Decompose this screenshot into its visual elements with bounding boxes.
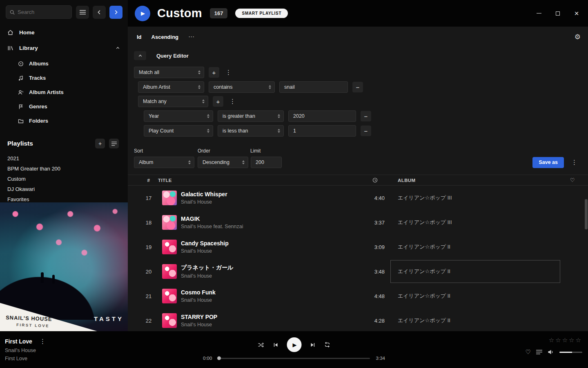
queue-icon[interactable] [536, 350, 542, 355]
track-artist: Snail's House [181, 248, 356, 254]
rule-menu-icon[interactable]: ⋮ [224, 69, 233, 76]
track-title: STARRY POP [181, 314, 356, 320]
shuffle-button[interactable] [258, 342, 265, 348]
table-row[interactable]: 17 Galactic Whisper Snail's House 4:40 エ… [128, 186, 588, 210]
remove-rule-button[interactable]: − [361, 111, 371, 121]
playlists-header: Playlists + [0, 139, 128, 148]
search-box[interactable] [6, 5, 72, 19]
rule-operator-select[interactable]: is greater than [218, 110, 284, 122]
album-art-thumbnail [162, 240, 177, 254]
track-count-badge: 167 [210, 8, 228, 18]
rule-operator-select[interactable]: contains [209, 81, 275, 93]
sidebar-item-album-artists[interactable]: Album Artists [0, 85, 128, 99]
close-button[interactable]: × [570, 7, 583, 20]
sidebar-item-genres[interactable]: Genres [0, 99, 128, 114]
save-menu-icon[interactable]: ⋮ [570, 159, 579, 166]
page-title: Custom [157, 7, 202, 20]
playlist-item[interactable]: 2021 [0, 153, 128, 164]
rule-field-select[interactable]: Year [144, 110, 213, 122]
sort-direction-button[interactable]: Ascending [151, 34, 178, 40]
scrollbar[interactable] [585, 199, 588, 229]
maximize-icon [556, 11, 560, 16]
volume-icon[interactable] [548, 349, 554, 355]
remove-rule-button[interactable]: − [361, 126, 371, 136]
rating-stars[interactable]: ☆☆☆☆☆ [549, 337, 582, 344]
limit-label: Limit [250, 148, 261, 154]
remove-rule-button[interactable]: − [352, 82, 363, 92]
sidebar-item-tracks[interactable]: Tracks [0, 71, 128, 85]
add-rule-button[interactable]: + [209, 67, 219, 78]
menu-button[interactable] [76, 6, 89, 19]
playlist-item[interactable]: Custom [0, 174, 128, 184]
track-artist: Snail's House [181, 273, 356, 279]
match-all-select[interactable]: Match all [134, 67, 204, 78]
seek-knob[interactable] [217, 357, 221, 360]
save-as-button[interactable]: Save as [532, 157, 564, 168]
column-duration[interactable] [360, 177, 390, 183]
repeat-button[interactable] [324, 341, 331, 348]
select-arrows-icon [278, 129, 280, 133]
rule-operator-select[interactable]: is less than [218, 125, 284, 137]
forward-button[interactable] [109, 6, 122, 19]
limit-input[interactable] [251, 157, 282, 168]
rule-menu-icon[interactable]: ⋮ [228, 98, 237, 105]
rule-field-select[interactable]: Play Count [144, 125, 213, 137]
volume-slider[interactable] [559, 352, 582, 353]
column-title[interactable]: TITLE [158, 178, 360, 183]
now-playing-album: First Love [5, 356, 47, 361]
table-row[interactable]: 19 Candy Spaceship Snail's House 3:09 エイ… [128, 235, 588, 259]
track-title: MAGIK [181, 215, 356, 222]
table-row[interactable]: 21 Cosmo Funk Snail's House 4:48 エイリアン☆ポ… [128, 284, 588, 308]
column-index[interactable]: # [139, 178, 158, 183]
column-album[interactable]: ALBUM [390, 178, 562, 183]
sort-field-button[interactable]: Id [137, 34, 142, 40]
table-row[interactable]: 22 STARRY POP Snail's House 4:28 エイリアン☆ポ… [128, 308, 588, 331]
match-any-select[interactable]: Match any [138, 96, 208, 107]
minimize-button[interactable] [532, 7, 546, 20]
back-button[interactable] [93, 6, 106, 19]
search-icon [9, 9, 15, 15]
favorite-heart-icon[interactable]: ♡ [526, 348, 531, 356]
track-album-selected[interactable]: エイリアン☆ポップ II [390, 260, 560, 283]
sidebar-item-albums[interactable]: Albums [0, 56, 128, 71]
track-duration: 4:40 [360, 195, 390, 201]
maximize-button[interactable] [551, 7, 564, 20]
add-playlist-button[interactable]: + [95, 139, 105, 148]
settings-gear-icon[interactable]: ⚙ [575, 33, 581, 41]
play-playlist-button[interactable]: ▶ [135, 6, 150, 21]
playlist-item[interactable]: BPM Greater than 200 [0, 164, 128, 174]
chevron-up-icon [115, 45, 120, 51]
search-input[interactable] [18, 9, 68, 15]
select-arrows-icon [198, 70, 200, 74]
query-root-row: Match all + ⋮ [134, 67, 233, 78]
sidebar-item-library[interactable]: Library [0, 40, 128, 56]
home-icon [7, 29, 14, 36]
table-row[interactable]: 18 MAGIK Snail's House feat. Sennzai 3:3… [128, 210, 588, 235]
library-sublist: Albums Tracks Album Artists [0, 56, 128, 128]
table-row[interactable]: 20 プラネット・ガール Snail's House 3:48 エイリアン☆ポッ… [128, 259, 588, 284]
rule-value-input[interactable] [288, 110, 356, 122]
sidebar-item-home[interactable]: Home [0, 25, 128, 40]
chevron-right-icon [113, 9, 119, 15]
sort-select[interactable]: Album [134, 157, 194, 168]
rule-field-select[interactable]: Album Artist [138, 81, 204, 93]
collapse-query-editor-button[interactable] [134, 51, 146, 60]
seek-bar[interactable] [218, 358, 370, 359]
now-playing-menu-icon[interactable]: ⋮ [38, 338, 47, 345]
add-rule-button[interactable]: + [213, 96, 223, 107]
order-select[interactable]: Descending [198, 157, 248, 168]
play-pause-button[interactable]: ▶ [287, 337, 302, 352]
more-options-icon[interactable]: ⋯ [188, 33, 195, 40]
previous-track-button[interactable] [273, 342, 279, 348]
playlist-item[interactable]: DJ Okawari [0, 184, 128, 194]
rule-value-input[interactable] [279, 81, 348, 93]
library-icon [7, 45, 14, 52]
repeat-icon [324, 341, 331, 348]
column-favorite[interactable]: ♡ [562, 177, 583, 183]
playlist-list-options-button[interactable] [109, 139, 119, 148]
sidebar-item-folders[interactable]: Folders [0, 114, 128, 128]
shuffle-icon [258, 342, 265, 348]
next-track-button[interactable] [310, 342, 316, 348]
track-duration: 3:09 [360, 244, 390, 250]
rule-value-input[interactable] [288, 125, 356, 137]
